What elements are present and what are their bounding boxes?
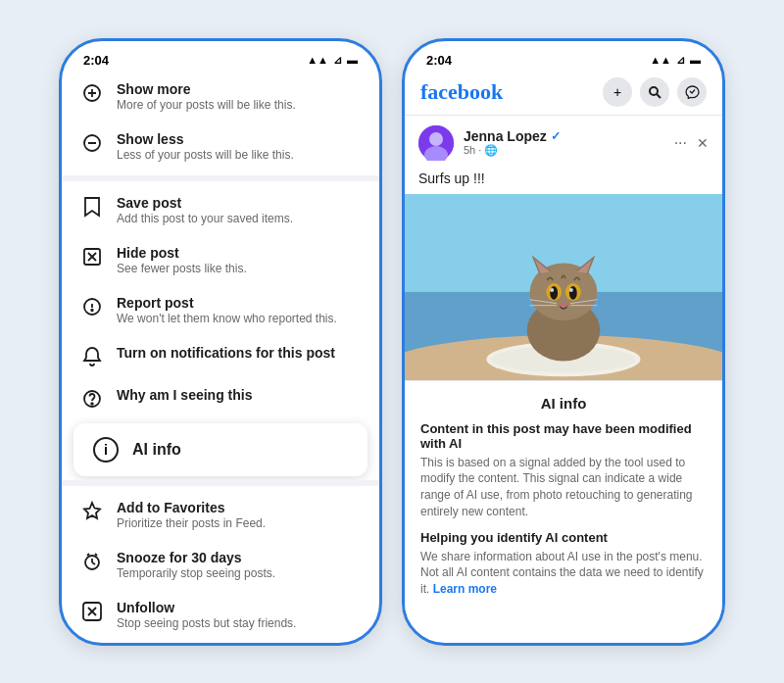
post-header: Jenna Lopez ✓ 5h · 🌐 ··· ✕ [405, 116, 722, 171]
add-icon: + [613, 84, 621, 100]
messenger-button[interactable] [677, 77, 707, 107]
avatar-image [418, 125, 454, 161]
menu-item-manage-feed[interactable]: Manage your Feed [62, 640, 379, 646]
report-post-icon [81, 296, 103, 317]
post-caption: Surfs up !!! [405, 171, 722, 194]
menu-item-show-more[interactable]: Show more More of your posts will be lik… [62, 72, 379, 122]
hide-post-icon [81, 246, 103, 268]
svg-point-10 [91, 309, 93, 311]
snooze-sub: Temporarily stop seeing posts. [117, 566, 275, 580]
menu-item-hide-post[interactable]: Hide post See fewer posts like this. [62, 235, 379, 285]
post-image [405, 194, 722, 380]
report-post-sub: We won't let them know who reported this… [117, 312, 337, 325]
show-more-icon [81, 82, 103, 104]
post-meta: 5h · 🌐 [464, 144, 664, 157]
snooze-icon [81, 551, 103, 572]
hide-post-sub: See fewer posts like this. [117, 262, 247, 275]
menu-item-unfollow[interactable]: Unfollow Stop seeing posts but stay frie… [62, 590, 379, 640]
add-favorites-title: Add to Favorites [117, 500, 266, 515]
report-post-title: Report post [117, 295, 337, 311]
svg-line-15 [92, 562, 95, 564]
add-favorites-sub: Prioritize their posts in Feed. [117, 516, 266, 530]
cat-image-svg [405, 194, 722, 380]
facebook-logo: facebook [420, 79, 503, 105]
show-less-icon [81, 132, 103, 154]
ai-panel-section1-text: This is based on a signal added by the t… [420, 455, 707, 520]
ai-info-icon: i [93, 437, 119, 463]
ai-info-panel: AI info Content in this post may have be… [405, 380, 722, 622]
divider-1 [62, 175, 379, 181]
svg-point-42 [550, 287, 554, 291]
hide-post-title: Hide post [117, 245, 247, 261]
learn-more-link[interactable]: Learn more [433, 582, 497, 596]
ai-info-item[interactable]: i AI info [74, 423, 368, 476]
search-button[interactable] [640, 77, 669, 107]
show-more-title: Show more [117, 81, 296, 97]
battery-icon-2: ▬ [690, 54, 701, 66]
notifications-title: Turn on notifications for this post [117, 345, 335, 361]
ai-panel-section1-title: Content in this post may have been modif… [420, 421, 707, 451]
fb-header: facebook + [405, 72, 722, 116]
menu-item-show-less[interactable]: Show less Less of your posts will be lik… [62, 122, 379, 171]
more-options-button[interactable]: ··· [674, 134, 687, 152]
post-actions: ··· ✕ [674, 134, 709, 152]
divider-2 [62, 480, 379, 486]
phone2: 2:04 ▲▲ ⊿ ▬ facebook + [402, 38, 725, 646]
svg-line-17 [95, 554, 97, 556]
save-post-icon [81, 196, 103, 218]
save-post-title: Save post [117, 195, 293, 211]
menu-item-add-favorites[interactable]: Add to Favorites Prioritize their posts … [62, 490, 379, 540]
close-post-button[interactable]: ✕ [697, 135, 709, 151]
signal-icon: ▲▲ [307, 54, 328, 66]
menu-item-notifications[interactable]: Turn on notifications for this post [62, 335, 379, 377]
messenger-icon [685, 85, 700, 99]
save-post-sub: Add this post to your saved items. [117, 212, 293, 225]
ai-panel-section2-text: We share information about AI use in the… [420, 549, 707, 598]
svg-point-25 [429, 132, 443, 146]
add-favorites-icon [81, 501, 103, 522]
why-seeing-title: Why am I seeing this [117, 387, 252, 403]
time-1: 2:04 [83, 53, 109, 68]
notifications-icon [81, 346, 103, 367]
show-less-title: Show less [117, 131, 294, 147]
svg-point-41 [569, 286, 577, 300]
menu-item-why-seeing[interactable]: Why am I seeing this [62, 377, 379, 419]
svg-point-40 [550, 286, 558, 300]
status-icons-1: ▲▲ ⊿ ▬ [307, 54, 358, 67]
ai-panel-section2-title: Helping you identify AI content [420, 530, 707, 545]
svg-point-43 [569, 287, 573, 291]
menu-item-report-post[interactable]: Report post We won't let them know who r… [62, 285, 379, 335]
verified-badge: ✓ [551, 129, 561, 143]
svg-point-22 [650, 87, 658, 95]
post-username: Jenna Lopez ✓ [464, 128, 664, 144]
time-2: 2:04 [426, 53, 452, 68]
why-seeing-icon [81, 388, 103, 410]
menu-item-snooze[interactable]: Snooze for 30 days Temporarily stop seei… [62, 540, 379, 590]
svg-line-16 [87, 554, 89, 556]
show-less-sub: Less of your posts will be like this. [117, 148, 294, 162]
search-icon [648, 85, 662, 99]
ai-panel-title: AI info [420, 395, 707, 412]
status-icons-2: ▲▲ ⊿ ▬ [650, 54, 701, 67]
post-user-info: Jenna Lopez ✓ 5h · 🌐 [464, 128, 664, 157]
snooze-title: Snooze for 30 days [117, 550, 275, 565]
unfollow-icon [81, 601, 103, 622]
phone1: 2:04 ▲▲ ⊿ ▬ Show more More of your posts… [59, 38, 382, 646]
wifi-icon: ⊿ [333, 54, 342, 67]
main-container: 2:04 ▲▲ ⊿ ▬ Show more More of your posts… [20, 9, 764, 675]
unfollow-title: Unfollow [117, 600, 296, 615]
unfollow-sub: Stop seeing posts but stay friends. [117, 616, 296, 630]
avatar [418, 125, 454, 161]
status-bar-2: 2:04 ▲▲ ⊿ ▬ [405, 41, 722, 72]
wifi-icon-2: ⊿ [676, 54, 685, 67]
menu-item-save-post[interactable]: Save post Add this post to your saved it… [62, 185, 379, 235]
svg-point-12 [91, 403, 93, 405]
add-button[interactable]: + [603, 77, 632, 107]
status-bar-1: 2:04 ▲▲ ⊿ ▬ [62, 41, 379, 72]
ai-info-title: AI info [132, 441, 181, 459]
menu-list: Show more More of your posts will be lik… [62, 72, 379, 646]
battery-icon: ▬ [347, 54, 358, 66]
show-more-sub: More of your posts will be like this. [117, 98, 296, 112]
fb-header-icons: + [603, 77, 707, 107]
signal-icon-2: ▲▲ [650, 54, 671, 66]
